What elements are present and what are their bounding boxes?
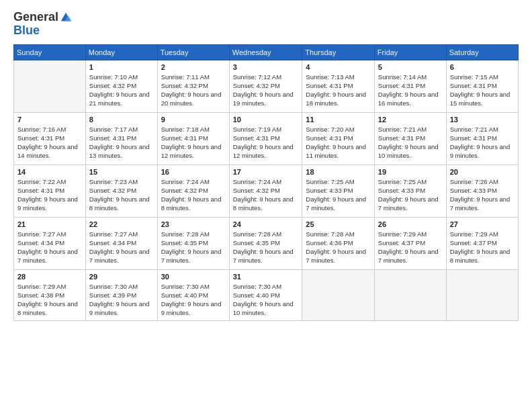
day-number: 29 bbox=[89, 273, 154, 281]
calendar-day-cell: 13Sunrise: 7:21 AMSunset: 4:31 PMDayligh… bbox=[446, 112, 518, 165]
day-info: Sunrise: 7:19 AMSunset: 4:31 PMDaylight:… bbox=[233, 125, 299, 161]
calendar-day-cell: 10Sunrise: 7:19 AMSunset: 4:31 PMDayligh… bbox=[229, 112, 302, 165]
day-info: Sunrise: 7:28 AMSunset: 4:35 PMDaylight:… bbox=[161, 230, 226, 265]
day-number: 30 bbox=[161, 273, 226, 281]
day-number: 19 bbox=[378, 168, 443, 176]
day-info: Sunrise: 7:20 AMSunset: 4:31 PMDaylight:… bbox=[306, 125, 370, 161]
day-number: 17 bbox=[233, 168, 299, 176]
calendar-day-cell: 23Sunrise: 7:28 AMSunset: 4:35 PMDayligh… bbox=[157, 217, 229, 269]
calendar-day-cell bbox=[374, 269, 446, 320]
day-number: 22 bbox=[89, 220, 154, 228]
day-number: 27 bbox=[450, 220, 515, 228]
day-number: 8 bbox=[89, 116, 154, 124]
day-info: Sunrise: 7:30 AMSunset: 4:40 PMDaylight:… bbox=[161, 282, 226, 318]
day-info: Sunrise: 7:14 AMSunset: 4:31 PMDaylight:… bbox=[378, 73, 443, 108]
calendar-day-cell bbox=[302, 269, 374, 320]
calendar-day-cell: 30Sunrise: 7:30 AMSunset: 4:40 PMDayligh… bbox=[157, 269, 229, 320]
day-number: 16 bbox=[161, 168, 226, 176]
calendar-day-cell: 28Sunrise: 7:29 AMSunset: 4:38 PMDayligh… bbox=[14, 269, 86, 320]
day-info: Sunrise: 7:29 AMSunset: 4:37 PMDaylight:… bbox=[378, 230, 443, 265]
day-info: Sunrise: 7:21 AMSunset: 4:31 PMDaylight:… bbox=[450, 125, 515, 161]
weekday-header: Saturday bbox=[446, 44, 518, 60]
day-number: 4 bbox=[306, 63, 370, 71]
day-info: Sunrise: 7:21 AMSunset: 4:31 PMDaylight:… bbox=[378, 125, 443, 161]
day-number: 15 bbox=[89, 168, 154, 176]
calendar-day-cell bbox=[14, 60, 86, 112]
calendar-day-cell: 15Sunrise: 7:23 AMSunset: 4:32 PMDayligh… bbox=[85, 165, 157, 217]
day-number: 13 bbox=[450, 116, 515, 124]
header: General Blue bbox=[13, 11, 519, 38]
calendar-day-cell: 5Sunrise: 7:14 AMSunset: 4:31 PMDaylight… bbox=[374, 60, 446, 112]
day-number: 26 bbox=[378, 220, 443, 228]
day-info: Sunrise: 7:12 AMSunset: 4:32 PMDaylight:… bbox=[233, 73, 299, 108]
calendar-week-row: 7Sunrise: 7:16 AMSunset: 4:31 PMDaylight… bbox=[14, 112, 519, 165]
day-number: 1 bbox=[89, 63, 154, 71]
calendar-day-cell: 7Sunrise: 7:16 AMSunset: 4:31 PMDaylight… bbox=[14, 112, 86, 165]
day-info: Sunrise: 7:23 AMSunset: 4:32 PMDaylight:… bbox=[89, 177, 154, 213]
day-number: 21 bbox=[17, 220, 82, 228]
day-number: 5 bbox=[378, 63, 443, 71]
weekday-header: Thursday bbox=[302, 44, 374, 60]
day-info: Sunrise: 7:13 AMSunset: 4:31 PMDaylight:… bbox=[306, 73, 370, 108]
calendar-day-cell: 16Sunrise: 7:24 AMSunset: 4:32 PMDayligh… bbox=[157, 165, 229, 217]
day-info: Sunrise: 7:27 AMSunset: 4:34 PMDaylight:… bbox=[17, 230, 82, 265]
day-info: Sunrise: 7:25 AMSunset: 4:33 PMDaylight:… bbox=[306, 177, 370, 213]
day-info: Sunrise: 7:28 AMSunset: 4:35 PMDaylight:… bbox=[233, 230, 299, 265]
calendar-day-cell: 11Sunrise: 7:20 AMSunset: 4:31 PMDayligh… bbox=[302, 112, 374, 165]
calendar-header-row: SundayMondayTuesdayWednesdayThursdayFrid… bbox=[14, 44, 519, 60]
logo: General Blue bbox=[13, 11, 72, 38]
calendar-day-cell: 26Sunrise: 7:29 AMSunset: 4:37 PMDayligh… bbox=[374, 217, 446, 269]
day-number: 3 bbox=[233, 63, 299, 71]
day-number: 23 bbox=[161, 220, 226, 228]
calendar-day-cell: 8Sunrise: 7:17 AMSunset: 4:31 PMDaylight… bbox=[85, 112, 157, 165]
calendar-day-cell: 6Sunrise: 7:15 AMSunset: 4:31 PMDaylight… bbox=[446, 60, 518, 112]
day-number: 10 bbox=[233, 116, 299, 124]
day-number: 18 bbox=[306, 168, 370, 176]
day-info: Sunrise: 7:16 AMSunset: 4:31 PMDaylight:… bbox=[17, 125, 82, 161]
calendar-day-cell: 14Sunrise: 7:22 AMSunset: 4:31 PMDayligh… bbox=[14, 165, 86, 217]
calendar-week-row: 1Sunrise: 7:10 AMSunset: 4:32 PMDaylight… bbox=[14, 60, 519, 112]
calendar-week-row: 21Sunrise: 7:27 AMSunset: 4:34 PMDayligh… bbox=[14, 217, 519, 269]
calendar-day-cell: 17Sunrise: 7:24 AMSunset: 4:32 PMDayligh… bbox=[229, 165, 302, 217]
day-number: 14 bbox=[17, 168, 82, 176]
calendar-week-row: 14Sunrise: 7:22 AMSunset: 4:31 PMDayligh… bbox=[14, 165, 519, 217]
day-number: 11 bbox=[306, 116, 370, 124]
day-info: Sunrise: 7:24 AMSunset: 4:32 PMDaylight:… bbox=[161, 177, 226, 213]
calendar-day-cell: 27Sunrise: 7:29 AMSunset: 4:37 PMDayligh… bbox=[446, 217, 518, 269]
day-info: Sunrise: 7:17 AMSunset: 4:31 PMDaylight:… bbox=[89, 125, 154, 161]
day-info: Sunrise: 7:29 AMSunset: 4:37 PMDaylight:… bbox=[450, 230, 515, 265]
calendar-day-cell: 21Sunrise: 7:27 AMSunset: 4:34 PMDayligh… bbox=[14, 217, 86, 269]
weekday-header: Monday bbox=[85, 44, 157, 60]
day-info: Sunrise: 7:30 AMSunset: 4:39 PMDaylight:… bbox=[89, 282, 154, 318]
calendar-day-cell: 3Sunrise: 7:12 AMSunset: 4:32 PMDaylight… bbox=[229, 60, 302, 112]
calendar-table: SundayMondayTuesdayWednesdayThursdayFrid… bbox=[13, 44, 519, 321]
day-number: 2 bbox=[161, 63, 226, 71]
day-info: Sunrise: 7:26 AMSunset: 4:33 PMDaylight:… bbox=[450, 177, 515, 213]
calendar-week-row: 28Sunrise: 7:29 AMSunset: 4:38 PMDayligh… bbox=[14, 269, 519, 320]
weekday-header: Sunday bbox=[14, 44, 86, 60]
day-number: 9 bbox=[161, 116, 226, 124]
calendar-day-cell: 29Sunrise: 7:30 AMSunset: 4:39 PMDayligh… bbox=[85, 269, 157, 320]
day-number: 12 bbox=[378, 116, 443, 124]
day-info: Sunrise: 7:27 AMSunset: 4:34 PMDaylight:… bbox=[89, 230, 154, 265]
weekday-header: Tuesday bbox=[157, 44, 229, 60]
day-number: 31 bbox=[233, 273, 299, 281]
day-number: 7 bbox=[17, 116, 82, 124]
logo-blue-text: Blue bbox=[13, 24, 72, 38]
day-info: Sunrise: 7:11 AMSunset: 4:32 PMDaylight:… bbox=[161, 73, 226, 108]
calendar-day-cell: 1Sunrise: 7:10 AMSunset: 4:32 PMDaylight… bbox=[85, 60, 157, 112]
calendar-day-cell: 22Sunrise: 7:27 AMSunset: 4:34 PMDayligh… bbox=[85, 217, 157, 269]
calendar-day-cell: 31Sunrise: 7:30 AMSunset: 4:40 PMDayligh… bbox=[229, 269, 302, 320]
calendar-day-cell: 25Sunrise: 7:28 AMSunset: 4:36 PMDayligh… bbox=[302, 217, 374, 269]
day-info: Sunrise: 7:28 AMSunset: 4:36 PMDaylight:… bbox=[306, 230, 370, 265]
day-number: 25 bbox=[306, 220, 370, 228]
calendar-day-cell: 24Sunrise: 7:28 AMSunset: 4:35 PMDayligh… bbox=[229, 217, 302, 269]
day-info: Sunrise: 7:10 AMSunset: 4:32 PMDaylight:… bbox=[89, 73, 154, 108]
logo-general-text: General bbox=[13, 11, 58, 24]
day-info: Sunrise: 7:15 AMSunset: 4:31 PMDaylight:… bbox=[450, 73, 515, 108]
weekday-header: Friday bbox=[374, 44, 446, 60]
day-info: Sunrise: 7:30 AMSunset: 4:40 PMDaylight:… bbox=[233, 282, 299, 318]
day-number: 24 bbox=[233, 220, 299, 228]
day-info: Sunrise: 7:22 AMSunset: 4:31 PMDaylight:… bbox=[17, 177, 82, 213]
calendar-day-cell: 2Sunrise: 7:11 AMSunset: 4:32 PMDaylight… bbox=[157, 60, 229, 112]
